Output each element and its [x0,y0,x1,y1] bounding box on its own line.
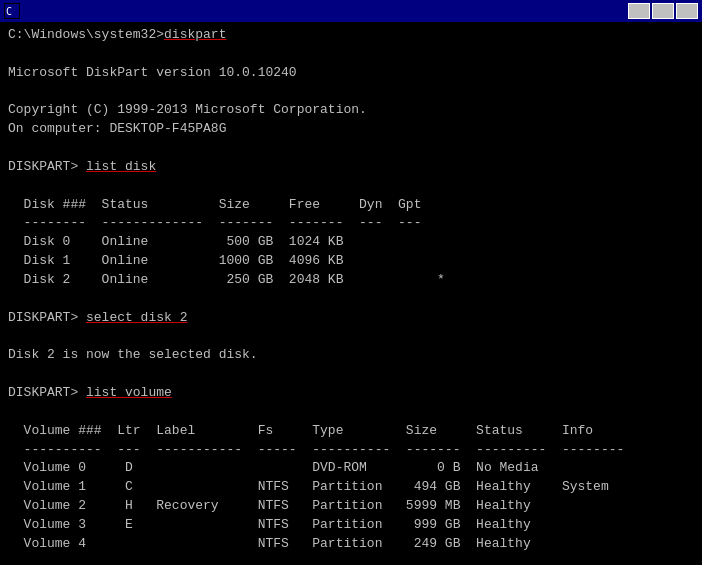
console-line [8,139,694,158]
console-line: -------- ------------- ------- ------- -… [8,214,694,233]
svg-text:C: C [6,6,12,17]
titlebar-controls [628,3,698,19]
console-line [8,290,694,309]
console-line [8,403,694,422]
console-line [8,365,694,384]
underlined-text: diskpart [164,27,226,42]
console-line: Disk 1 Online 1000 GB 4096 KB [8,252,694,271]
console-line: Volume 0 D DVD-ROM 0 B No Media [8,459,694,478]
console-line [8,328,694,347]
maximize-button[interactable] [652,3,674,19]
console-line: Disk ### Status Size Free Dyn Gpt [8,196,694,215]
console-line: Volume ### Ltr Label Fs Type Size Status… [8,422,694,441]
line-text: C:\Windows\system32> [8,27,164,42]
prompt-text: DISKPART> [8,310,86,325]
minimize-button[interactable] [628,3,650,19]
console-line: Volume 3 E NTFS Partition 999 GB Healthy [8,516,694,535]
console-line [8,177,694,196]
console-line [8,554,694,565]
console-line: Volume 4 NTFS Partition 249 GB Healthy [8,535,694,554]
prompt-command: select disk 2 [86,310,187,325]
console-line [8,83,694,102]
prompt-command: list disk [86,159,156,174]
titlebar: C [0,0,702,22]
prompt-command: list volume [86,385,172,400]
console-line: Volume 2 H Recovery NTFS Partition 5999 … [8,497,694,516]
titlebar-left: C [4,3,25,19]
console-line: On computer: DESKTOP-F45PA8G [8,120,694,139]
console-line: Microsoft DiskPart version 10.0.10240 [8,64,694,83]
prompt-text: DISKPART> [8,385,86,400]
console-line: Volume 1 C NTFS Partition 494 GB Healthy… [8,478,694,497]
console-line: Disk 0 Online 500 GB 1024 KB [8,233,694,252]
console-line: Disk 2 Online 250 GB 2048 KB * [8,271,694,290]
cmd-window: C C:\Windows\system32>diskpartMicrosoft … [0,0,702,565]
cmd-icon: C [4,3,20,19]
console-line: C:\Windows\system32>diskpart [8,26,694,45]
console-line: DISKPART> list volume [8,384,694,403]
console-line [8,45,694,64]
console-line: ---------- --- ----------- ----- -------… [8,441,694,460]
console-line: DISKPART> select disk 2 [8,309,694,328]
close-button[interactable] [676,3,698,19]
console-line: DISKPART> list disk [8,158,694,177]
console-line: Copyright (C) 1999-2013 Microsoft Corpor… [8,101,694,120]
prompt-text: DISKPART> [8,159,86,174]
console-line: Disk 2 is now the selected disk. [8,346,694,365]
console-body: C:\Windows\system32>diskpartMicrosoft Di… [0,22,702,565]
